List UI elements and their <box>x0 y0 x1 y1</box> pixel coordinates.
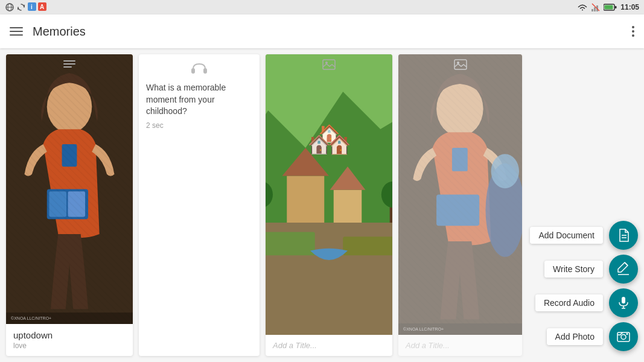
card-4-overlay: ©XNOA LLC/NITRO+ <box>398 323 522 335</box>
svg-rect-9 <box>591 9 593 11</box>
mic-icon <box>616 296 631 310</box>
card-1-type-icon <box>63 59 76 73</box>
svg-point-42 <box>436 81 483 136</box>
svg-text:i: i <box>31 4 33 10</box>
write-story-button[interactable] <box>609 255 638 284</box>
write-story-label: Write Story <box>544 261 603 278</box>
app-bar: Memories <box>0 14 644 48</box>
battery-icon <box>604 4 617 11</box>
hamburger-menu-button[interactable] <box>10 27 23 36</box>
svg-point-55 <box>626 333 628 335</box>
svg-rect-18 <box>63 66 72 68</box>
square1-icon: i A <box>28 2 46 12</box>
svg-rect-27 <box>323 60 335 69</box>
image-icon-card3 <box>322 59 336 70</box>
svg-rect-16 <box>63 60 75 62</box>
text-lines-icon <box>63 59 76 70</box>
card-4-type-icon <box>454 59 467 73</box>
card-3-game-svg <box>266 54 392 335</box>
memory-card-1[interactable]: ©XNOA LLC/NITRO+ uptodown love <box>6 54 133 356</box>
memory-card-3[interactable]: Add a Title... <box>266 54 392 356</box>
add-photo-label: Add Photo <box>547 328 603 345</box>
headphones-icon <box>191 62 208 75</box>
card-4-text-area: Add a Title... <box>398 335 522 356</box>
svg-rect-50 <box>622 297 625 303</box>
svg-rect-23 <box>49 191 66 217</box>
svg-rect-26 <box>203 68 207 74</box>
svg-rect-25 <box>191 68 195 74</box>
info-icon: i <box>28 2 36 11</box>
card-4-anime-svg <box>398 54 522 335</box>
card-3-type-icon <box>322 59 336 73</box>
record-audio-label: Record Audio <box>535 294 603 311</box>
card-2-story-text: What is a memorable moment from your chi… <box>146 82 252 118</box>
card-4-title-placeholder: Add a Title... <box>406 341 515 350</box>
memory-card-2[interactable]: What is a memorable moment from your chi… <box>139 54 260 356</box>
svg-point-20 <box>47 80 92 133</box>
a-icon: A <box>38 2 46 11</box>
card-4-watermark: ©XNOA LLC/NITRO+ <box>403 327 517 331</box>
wifi-icon <box>577 4 588 11</box>
sync-icon <box>17 3 25 11</box>
svg-rect-37 <box>266 232 315 256</box>
card-1-watermark: ©XNOA LLC/NITRO+ <box>11 316 128 320</box>
status-bar-right-icons: 11:05 <box>577 3 639 11</box>
svg-rect-24 <box>68 191 86 217</box>
add-document-item: Add Document <box>530 221 638 250</box>
status-bar-left-icons: i A <box>5 2 46 12</box>
svg-rect-43 <box>452 148 468 171</box>
photo-icon <box>616 329 631 344</box>
memory-card-4[interactable]: ©XNOA LLC/NITRO+ Add a Title... <box>398 54 522 356</box>
more-options-button[interactable] <box>632 26 634 37</box>
svg-rect-10 <box>594 7 596 11</box>
app-title: Memories <box>33 25 86 39</box>
add-document-label: Add Document <box>530 227 603 244</box>
fab-area: Add Document Write Story <box>530 221 638 356</box>
card-3-image <box>266 54 392 335</box>
svg-text:A: A <box>40 4 44 10</box>
svg-rect-38 <box>343 237 392 255</box>
card-4-image: ©XNOA LLC/NITRO+ <box>398 54 522 335</box>
globe-icon <box>5 3 14 11</box>
add-photo-button[interactable] <box>609 322 638 351</box>
record-audio-item: Record Audio <box>535 288 638 317</box>
square2-icon: A <box>38 5 46 12</box>
card-1-overlay: ©XNOA LLC/NITRO+ <box>6 313 133 324</box>
svg-rect-41 <box>398 54 522 335</box>
svg-rect-31 <box>287 176 324 223</box>
main-content: ©XNOA LLC/NITRO+ uptodown love What is a… <box>0 48 644 362</box>
card-1-subtitle: love <box>13 341 126 350</box>
card-3-text-area: Add a Title... <box>266 335 392 356</box>
add-photo-item: Add Photo <box>547 322 638 351</box>
card-1-name: uptodown <box>13 330 126 340</box>
svg-rect-44 <box>436 195 479 226</box>
add-document-button[interactable] <box>609 221 638 250</box>
signal-icon <box>591 3 600 11</box>
card-2-duration: 2 sec <box>146 121 252 130</box>
svg-point-54 <box>621 335 626 340</box>
edit-icon <box>616 262 631 276</box>
card-3-title-placeholder: Add a Title... <box>273 341 385 350</box>
write-story-item: Write Story <box>544 255 638 284</box>
svg-rect-19 <box>6 54 133 324</box>
svg-rect-17 <box>63 63 75 65</box>
svg-rect-22 <box>47 189 88 220</box>
card-1-image: ©XNOA LLC/NITRO+ <box>6 54 133 324</box>
document-icon <box>616 228 631 243</box>
svg-point-46 <box>491 154 520 188</box>
card-2-header <box>139 54 260 75</box>
svg-rect-14 <box>615 6 617 8</box>
svg-point-45 <box>485 164 522 257</box>
svg-rect-21 <box>62 144 77 167</box>
record-audio-button[interactable] <box>609 288 638 317</box>
card-2-body: What is a memorable moment from your chi… <box>139 75 260 356</box>
status-bar: i A 11:05 <box>0 0 644 14</box>
svg-rect-39 <box>454 60 467 69</box>
image-icon-card4 <box>454 59 467 70</box>
card-1-text-area: uptodown love <box>6 324 133 356</box>
svg-rect-32 <box>334 190 362 223</box>
time-display: 11:05 <box>620 3 639 11</box>
card-1-anime-svg <box>6 54 133 324</box>
svg-rect-15 <box>605 5 613 10</box>
app-bar-left: Memories <box>10 25 86 39</box>
